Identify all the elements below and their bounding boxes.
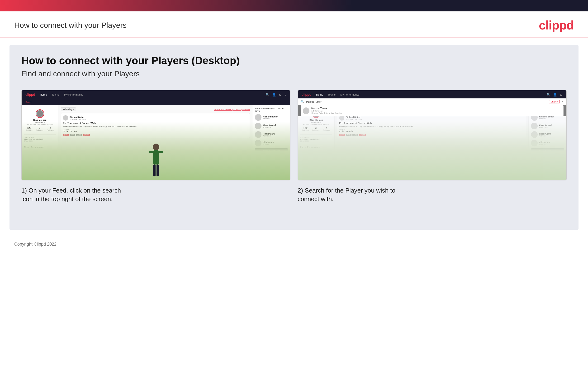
golf-image-2 [335, 122, 528, 178]
main-title: How to connect with your Players (Deskto… [21, 55, 567, 66]
player-richard-name: Richard Butler [263, 116, 278, 118]
svg-rect-2 [149, 151, 153, 153]
nav-home-2[interactable]: Home [316, 93, 323, 96]
golfer-silhouette [142, 142, 170, 178]
activity-person-name-2: Richard Butler [346, 116, 362, 118]
activity-person-name: Richard Butler [70, 116, 86, 118]
app-logo-2: clippd [302, 93, 311, 97]
profile-name: Blair McHarg [24, 119, 56, 121]
avatar-img [36, 110, 43, 117]
activity-header: Richard Butler Yesterday · The Grove [63, 115, 248, 120]
screenshot-col-1: clippd Home Teams My Performance 🔍 👤 ⚙ ○… [21, 90, 290, 203]
search-result-info: Marcus Turner 1.5 Handicap Cypress Point… [311, 107, 342, 114]
center-panel-1: Following ▾ Control who can see your act… [58, 105, 252, 178]
app-logo-1: clippd [26, 93, 35, 97]
following-row: Following ▾ Control who can see your act… [61, 107, 250, 111]
app-body-1: Blair McHarg Golf Coach Mill Ride Golf C… [22, 105, 290, 178]
search-result-avatar [303, 107, 309, 114]
screenshots-row: clippd Home Teams My Performance 🔍 👤 ⚙ ○… [21, 90, 567, 203]
activity-person-info-2: Richard Butler Yesterday · The Grove [346, 116, 362, 120]
following-button[interactable]: Following ▾ [61, 107, 76, 111]
settings-icon-nav[interactable]: ⚙ [279, 93, 282, 97]
golf-image [58, 122, 252, 178]
page-title: How to connect with your Players [14, 21, 127, 30]
player-richard-acts: Activities: 7 [263, 118, 278, 120]
activity-person-sub: Yesterday · The Grove [70, 118, 86, 120]
avatar-icon-nav[interactable]: ○ [284, 93, 286, 97]
caption-2: 2) Search for the Player you wish toconn… [298, 186, 567, 203]
svg-rect-4 [153, 165, 156, 176]
top-bar [0, 0, 588, 11]
person-icon-nav-2[interactable]: 👤 [553, 93, 557, 97]
search-result-handicap: 1.5 Handicap [311, 110, 342, 112]
clippd-logo: clippd [539, 18, 574, 32]
nav-teams-1[interactable]: Teams [52, 93, 59, 96]
feed-tab-item[interactable]: Feed [26, 100, 31, 105]
profile-name-2: Blair McHarg [300, 119, 332, 121]
screenshot-1: clippd Home Teams My Performance 🔍 👤 ⚙ ○… [21, 90, 290, 180]
search-bar: 🔍 Marcus Turner CLEAR × [298, 98, 566, 105]
person-icon-nav[interactable]: 👤 [272, 93, 276, 97]
nav-teams-2[interactable]: Teams [328, 93, 335, 96]
activity-person-sub-2: Yesterday · The Grove [346, 118, 362, 120]
footer: Copyright Clippd 2022 [0, 237, 588, 251]
search-icon-nav-2[interactable]: 🔍 [546, 93, 550, 97]
svg-rect-5 [157, 165, 159, 176]
player-richard-avatar [255, 114, 262, 121]
svg-rect-3 [159, 151, 163, 153]
nav-home-1[interactable]: Home [40, 93, 47, 96]
copyright-text: Copyright Clippd 2022 [14, 242, 57, 247]
control-link[interactable]: Control who can see your activity and da… [214, 108, 250, 110]
nav-my-performance-1[interactable]: My Performance [64, 93, 83, 96]
svg-point-0 [153, 144, 159, 150]
player-richard-info: Richard Butler Activities: 7 [263, 116, 278, 120]
player-richard: Richard Butler Activities: 7 [255, 114, 288, 121]
nav-icons-1: 🔍 👤 ⚙ ○ [265, 93, 286, 97]
search-icon-bar: 🔍 [301, 100, 304, 103]
search-result-name: Marcus Turner [311, 107, 342, 110]
header: How to connect with your Players clippd [0, 11, 588, 38]
clear-button[interactable]: CLEAR [549, 100, 560, 103]
caption-1: 1) On your Feed, click on the searchicon… [21, 186, 290, 203]
activity-avatar [63, 115, 68, 120]
close-button[interactable]: × [562, 100, 563, 104]
main-subtitle: Find and connect with your Players [21, 69, 567, 78]
player-richard-acts-2: Activities: 7 [539, 118, 554, 120]
right-panel-title: Most Active Players - Last 30 days [255, 107, 288, 112]
screenshot-col-2: clippd Home Teams My Performance 🔍 👤 ⚙ 🔍… [298, 90, 567, 203]
search-icon-nav[interactable]: 🔍 [265, 93, 269, 97]
app-nav-1: clippd Home Teams My Performance 🔍 👤 ⚙ ○ [22, 90, 290, 99]
search-result-club: Cypress Point Club, United Kingdom [311, 112, 342, 114]
activity-person-info: Richard Butler Yesterday · The Grove [70, 116, 86, 120]
search-result-dropdown[interactable]: Marcus Turner 1.5 Handicap Cypress Point… [301, 105, 563, 116]
screenshot-2: clippd Home Teams My Performance 🔍 👤 ⚙ 🔍… [298, 90, 567, 180]
profile-avatar [36, 109, 44, 118]
feed-tab-1: Feed [22, 99, 290, 105]
app-nav-2: clippd Home Teams My Performance 🔍 👤 ⚙ [298, 90, 566, 99]
nav-icons-2: 🔍 👤 ⚙ [546, 93, 562, 97]
svg-rect-1 [153, 150, 159, 165]
search-overlay: 🔍 Marcus Turner CLEAR × Marcus Turner 1.… [298, 98, 566, 116]
main-content: How to connect with your Players (Deskto… [9, 45, 579, 230]
settings-icon-nav-2[interactable]: ⚙ [560, 93, 562, 97]
search-input-text[interactable]: Marcus Turner [306, 101, 547, 103]
nav-my-performance-2[interactable]: My Performance [340, 93, 360, 96]
